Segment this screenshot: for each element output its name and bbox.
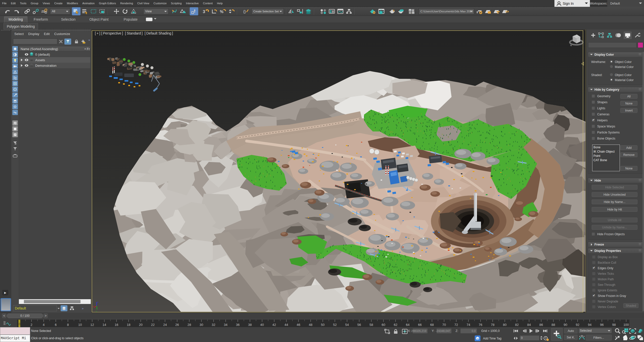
- svg-text:46: 46: [297, 323, 300, 327]
- svg-text:54: 54: [345, 323, 349, 327]
- svg-text:96: 96: [600, 323, 603, 327]
- svg-text:34: 34: [224, 323, 227, 327]
- svg-text:50: 50: [321, 323, 325, 327]
- svg-text:{}: {}: [243, 9, 246, 14]
- svg-text:60: 60: [382, 323, 385, 327]
- svg-text:B: B: [412, 9, 414, 12]
- svg-text:18: 18: [127, 323, 130, 327]
- svg-text:68: 68: [430, 323, 434, 327]
- svg-text:86: 86: [539, 323, 543, 327]
- svg-text:D: D: [412, 12, 414, 14]
- svg-text:10: 10: [78, 323, 82, 327]
- svg-text:x: x: [93, 305, 94, 307]
- svg-text:32: 32: [212, 323, 215, 327]
- svg-text:42: 42: [272, 323, 276, 327]
- svg-text:90: 90: [564, 323, 567, 327]
- svg-text:84: 84: [527, 323, 531, 327]
- svg-text:40: 40: [260, 323, 264, 327]
- svg-text:48: 48: [309, 323, 312, 327]
- svg-text:16: 16: [115, 323, 118, 327]
- svg-text:8: 8: [67, 323, 69, 327]
- svg-text:38: 38: [248, 323, 252, 327]
- svg-text:62: 62: [394, 323, 397, 327]
- svg-text:2: 2: [31, 323, 32, 327]
- svg-text:76: 76: [479, 323, 482, 327]
- svg-text:3: 3: [203, 9, 205, 14]
- svg-text:66: 66: [418, 323, 422, 327]
- svg-text:28: 28: [187, 323, 191, 327]
- svg-text:44: 44: [285, 323, 288, 327]
- svg-text:4: 4: [43, 323, 45, 327]
- svg-text:22: 22: [151, 323, 154, 327]
- svg-text:64: 64: [406, 323, 409, 327]
- svg-text:92: 92: [576, 323, 579, 327]
- svg-text:74: 74: [467, 323, 470, 327]
- svg-text:94: 94: [588, 323, 591, 327]
- svg-text:24: 24: [163, 323, 167, 327]
- svg-text:98: 98: [612, 323, 616, 327]
- svg-text:z: z: [97, 301, 99, 303]
- svg-text:20: 20: [139, 323, 142, 327]
- svg-text:58: 58: [370, 323, 373, 327]
- svg-text:14: 14: [102, 323, 106, 327]
- svg-text:82: 82: [515, 323, 519, 327]
- svg-text:56: 56: [357, 323, 361, 327]
- svg-text:36: 36: [236, 323, 239, 327]
- svg-text:12: 12: [90, 323, 94, 327]
- svg-text:N: N: [570, 44, 572, 47]
- svg-text:52: 52: [333, 323, 337, 327]
- svg-text:78: 78: [491, 323, 494, 327]
- svg-text:72: 72: [454, 323, 458, 327]
- svg-text:A: A: [409, 9, 411, 12]
- svg-text:30: 30: [199, 323, 203, 327]
- svg-text:26: 26: [175, 323, 179, 327]
- svg-text:88: 88: [551, 323, 555, 327]
- svg-text:80: 80: [503, 323, 506, 327]
- svg-text:100: 100: [623, 323, 629, 327]
- svg-text:70: 70: [442, 323, 446, 327]
- svg-text:C: C: [409, 12, 411, 14]
- svg-text:%: %: [220, 10, 223, 14]
- svg-text:6: 6: [55, 323, 57, 327]
